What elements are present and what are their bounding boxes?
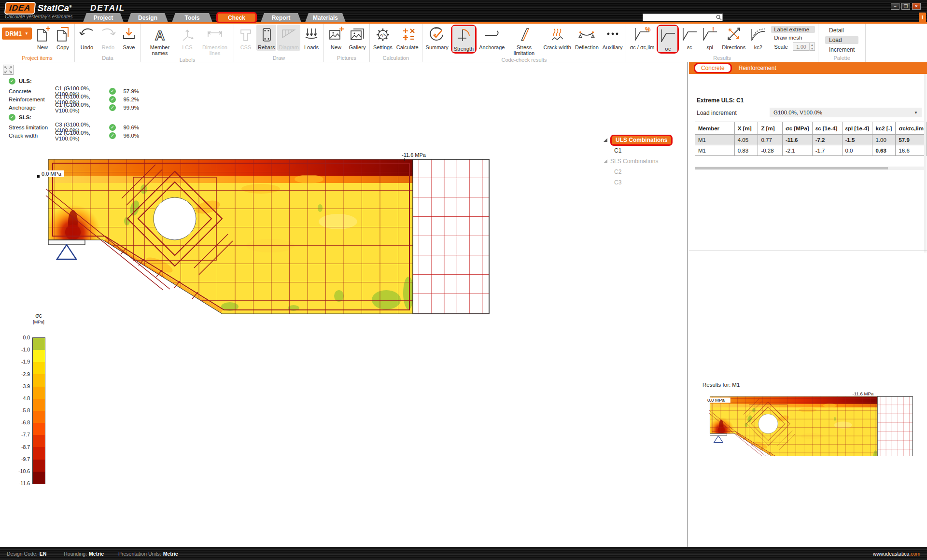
maximize-button[interactable]: ❒: [901, 3, 910, 10]
dimension-lines-button[interactable]: Dimension lines: [198, 25, 232, 56]
save-icon: [121, 25, 137, 43]
stress-curve-icon: [660, 27, 676, 45]
directions-button[interactable]: Directions: [720, 25, 747, 51]
group-label-pictures: Pictures: [326, 55, 367, 62]
crack-width-button[interactable]: Crack width: [542, 25, 572, 51]
table-row[interactable]: M1 0.83 -0.28 -2.1 -1.7 0.0 0.63 16.6: [695, 145, 927, 156]
results-table: Member X [m] Z [m] σc [MPa] εc [1e-4] εp…: [695, 122, 927, 156]
info-badge-icon[interactable]: i: [919, 13, 926, 22]
tab-project[interactable]: Project: [83, 13, 124, 22]
loads-button[interactable]: Loads: [301, 25, 322, 51]
chevron-down-icon: ▼: [25, 31, 28, 36]
auxiliary-button[interactable]: Auxiliary: [601, 25, 624, 51]
gear-icon: </>: [374, 25, 392, 43]
ribbon-group-data: Undo Redo Save Data: [75, 24, 141, 62]
group-label-results: Results: [628, 55, 816, 62]
sigma-ratio-button[interactable]: % σc / σc,lim: [628, 25, 656, 51]
tree-item-c2[interactable]: C2: [604, 167, 688, 177]
tab-concrete[interactable]: Concrete: [694, 63, 732, 73]
model-canvas[interactable]: ✓ULS: ConcreteC1 (G100.0%, V100.0%) ✓57.…: [0, 62, 688, 547]
chevron-down-icon: ▼: [914, 111, 918, 115]
crack-width-icon: [549, 25, 565, 43]
group-label-draw: Draw: [236, 55, 322, 62]
new-file-icon: [34, 25, 51, 43]
calculate-button[interactable]: Calculate: [395, 25, 420, 51]
ribbon: DRM1▼ New Copy Project items: [0, 22, 927, 62]
new-picture-button[interactable]: New: [326, 25, 346, 51]
tree-item-c3[interactable]: C3: [604, 177, 688, 188]
tree-expand-icon[interactable]: [604, 138, 607, 142]
group-label-data: Data: [77, 55, 139, 62]
website-link[interactable]: www.ideastatica.com: [873, 551, 920, 557]
ribbon-group-code-check: Summary Strength Anchorage: [422, 24, 627, 62]
scale-spinner[interactable]: 1.00 ▲▼: [793, 42, 815, 51]
status-bar: Design Code:EN Rounding:Metric Presentat…: [0, 547, 927, 560]
results-for-label: Results for: M1: [702, 382, 740, 388]
load-increment-dropdown[interactable]: G100.0%, V100.0% ▼: [770, 108, 922, 117]
tab-materials[interactable]: Materials: [305, 13, 346, 22]
palette-detail-option[interactable]: Detail: [825, 27, 858, 34]
units-status: Presentation Units:Metric: [118, 551, 178, 557]
ribbon-group-pictures: New Gallery Pictures: [324, 24, 370, 62]
strength-button[interactable]: Strength: [452, 26, 476, 52]
eps-pl-button[interactable]: ! εpl: [700, 25, 719, 51]
ellipsis-icon: [604, 25, 621, 43]
minimize-button[interactable]: –: [891, 3, 899, 10]
sigma-c-highlight: σc: [657, 25, 679, 54]
copy-button[interactable]: Copy: [53, 25, 72, 51]
tab-reinforcement[interactable]: Reinforcement: [739, 65, 776, 71]
rebars-button[interactable]: Rebars: [256, 25, 276, 51]
zero-stress-label: 0.0 MPa: [42, 171, 62, 177]
ribbon-group-draw: CSS Rebars Diagram: [234, 24, 324, 62]
gallery-button[interactable]: Gallery: [347, 25, 367, 51]
stress-contour-plot[interactable]: -11.6 MPa 0.0 MPa: [0, 62, 688, 547]
tree-item-sls-combinations[interactable]: SLS Combinations: [604, 156, 688, 167]
group-label-project-items: Project items: [2, 55, 72, 62]
tree-item-uls-combinations[interactable]: ULS Combinations: [604, 135, 688, 145]
copy-icon: [55, 25, 71, 43]
t-section-icon: [238, 25, 254, 43]
panel-vertical-scrollbar[interactable]: [924, 74, 927, 252]
lcs-button[interactable]: LCS: [178, 25, 197, 51]
tab-design[interactable]: Design: [127, 13, 168, 22]
drm1-dropdown[interactable]: DRM1▼: [2, 28, 32, 40]
window-controls: – ❒ ✕: [891, 3, 921, 10]
kc2-button[interactable]: kc2: [748, 25, 768, 51]
settings-button[interactable]: </> Settings: [372, 25, 394, 51]
member-names-button[interactable]: A Member names: [143, 25, 177, 56]
draw-mesh-toggle[interactable]: Draw mesh: [771, 34, 815, 41]
label-extreme-toggle[interactable]: Label extreme: [771, 26, 815, 33]
tab-report[interactable]: Report: [261, 13, 301, 22]
palette-load-option[interactable]: Load: [825, 36, 858, 44]
spinner-arrows-icon[interactable]: ▲▼: [809, 43, 815, 51]
new-project-item-button[interactable]: New: [33, 25, 52, 51]
diagram-icon: [280, 25, 297, 43]
tab-check[interactable]: Check: [216, 12, 257, 23]
table-header-row: Member X [m] Z [m] σc [MPa] εc [1e-4] εp…: [695, 122, 927, 135]
save-button[interactable]: Save: [119, 25, 139, 51]
css-button[interactable]: CSS: [236, 25, 255, 51]
tree-expand-icon[interactable]: [604, 159, 607, 163]
close-button[interactable]: ✕: [912, 3, 921, 10]
undo-button[interactable]: Undo: [77, 25, 97, 51]
search-input[interactable]: [643, 15, 716, 20]
rebar-section-icon: [258, 25, 275, 43]
deflection-button[interactable]: Deflection: [574, 25, 600, 51]
tab-tools[interactable]: Tools: [172, 13, 212, 22]
max-stress-label: -11.6 MPa: [402, 152, 426, 158]
strain-curve-icon: [681, 25, 698, 43]
anchorage-button[interactable]: Anchorage: [478, 25, 506, 51]
diagram-button[interactable]: Diagram: [277, 25, 300, 51]
eps-c-button[interactable]: εc: [680, 25, 699, 51]
table-row[interactable]: M1 4.05 0.77 -11.6 -7.2 -1.5 1.00 57.9: [695, 135, 927, 145]
redo-button[interactable]: Redo: [98, 25, 118, 51]
sigma-c-button[interactable]: σc: [658, 26, 677, 52]
summary-button[interactable]: Summary: [424, 25, 450, 51]
tree-item-c1[interactable]: C1: [604, 145, 688, 156]
table-horizontal-scrollbar[interactable]: [695, 167, 925, 170]
palette-increment-option[interactable]: Increment: [825, 46, 858, 54]
legend-color-bar: [32, 337, 45, 484]
stress-limitation-button[interactable]: Stress limitation: [507, 25, 541, 56]
search-box[interactable]: [643, 14, 723, 21]
mini-stress-plot[interactable]: -11.6 MPa 0.0 MPa: [702, 389, 925, 456]
